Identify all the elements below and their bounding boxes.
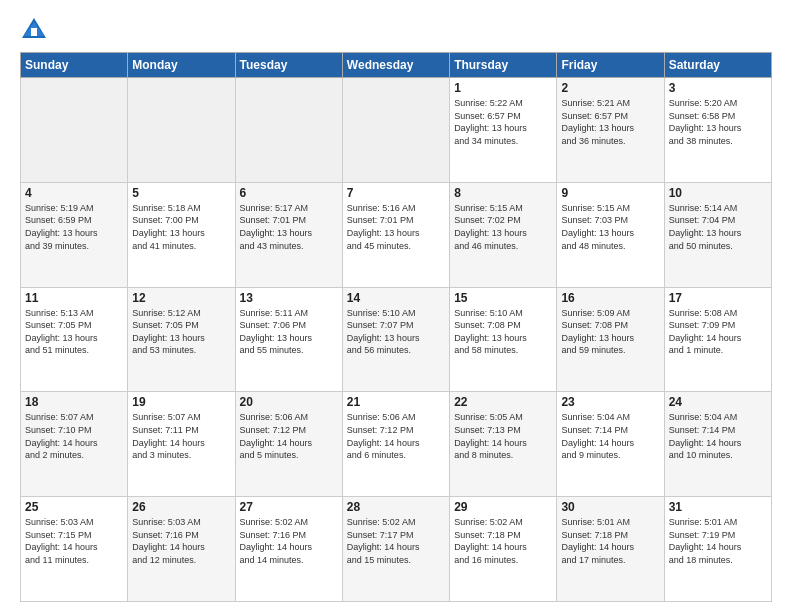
- day-info: Sunrise: 5:10 AMSunset: 7:08 PMDaylight:…: [454, 307, 552, 357]
- calendar-cell: 24Sunrise: 5:04 AMSunset: 7:14 PMDayligh…: [664, 392, 771, 497]
- calendar-cell: 6Sunrise: 5:17 AMSunset: 7:01 PMDaylight…: [235, 182, 342, 287]
- calendar-cell: [21, 78, 128, 183]
- calendar-week-4: 18Sunrise: 5:07 AMSunset: 7:10 PMDayligh…: [21, 392, 772, 497]
- calendar-cell: 4Sunrise: 5:19 AMSunset: 6:59 PMDaylight…: [21, 182, 128, 287]
- day-info: Sunrise: 5:09 AMSunset: 7:08 PMDaylight:…: [561, 307, 659, 357]
- calendar-week-3: 11Sunrise: 5:13 AMSunset: 7:05 PMDayligh…: [21, 287, 772, 392]
- calendar-cell: 18Sunrise: 5:07 AMSunset: 7:10 PMDayligh…: [21, 392, 128, 497]
- calendar-cell: 21Sunrise: 5:06 AMSunset: 7:12 PMDayligh…: [342, 392, 449, 497]
- day-number: 29: [454, 500, 552, 514]
- day-header-thursday: Thursday: [450, 53, 557, 78]
- calendar-cell: 10Sunrise: 5:14 AMSunset: 7:04 PMDayligh…: [664, 182, 771, 287]
- day-info: Sunrise: 5:02 AMSunset: 7:17 PMDaylight:…: [347, 516, 445, 566]
- calendar-cell: 27Sunrise: 5:02 AMSunset: 7:16 PMDayligh…: [235, 497, 342, 602]
- calendar-cell: 26Sunrise: 5:03 AMSunset: 7:16 PMDayligh…: [128, 497, 235, 602]
- calendar-cell: 8Sunrise: 5:15 AMSunset: 7:02 PMDaylight…: [450, 182, 557, 287]
- day-info: Sunrise: 5:16 AMSunset: 7:01 PMDaylight:…: [347, 202, 445, 252]
- day-info: Sunrise: 5:02 AMSunset: 7:18 PMDaylight:…: [454, 516, 552, 566]
- day-number: 18: [25, 395, 123, 409]
- calendar-cell: 16Sunrise: 5:09 AMSunset: 7:08 PMDayligh…: [557, 287, 664, 392]
- day-info: Sunrise: 5:19 AMSunset: 6:59 PMDaylight:…: [25, 202, 123, 252]
- day-info: Sunrise: 5:05 AMSunset: 7:13 PMDaylight:…: [454, 411, 552, 461]
- day-info: Sunrise: 5:15 AMSunset: 7:03 PMDaylight:…: [561, 202, 659, 252]
- calendar-cell: 11Sunrise: 5:13 AMSunset: 7:05 PMDayligh…: [21, 287, 128, 392]
- day-number: 21: [347, 395, 445, 409]
- calendar-cell: 17Sunrise: 5:08 AMSunset: 7:09 PMDayligh…: [664, 287, 771, 392]
- day-info: Sunrise: 5:03 AMSunset: 7:16 PMDaylight:…: [132, 516, 230, 566]
- day-info: Sunrise: 5:06 AMSunset: 7:12 PMDaylight:…: [240, 411, 338, 461]
- calendar-cell: 20Sunrise: 5:06 AMSunset: 7:12 PMDayligh…: [235, 392, 342, 497]
- svg-rect-2: [31, 28, 37, 36]
- calendar-cell: [342, 78, 449, 183]
- day-header-saturday: Saturday: [664, 53, 771, 78]
- calendar-cell: 9Sunrise: 5:15 AMSunset: 7:03 PMDaylight…: [557, 182, 664, 287]
- calendar-cell: [235, 78, 342, 183]
- day-info: Sunrise: 5:07 AMSunset: 7:10 PMDaylight:…: [25, 411, 123, 461]
- calendar-cell: 30Sunrise: 5:01 AMSunset: 7:18 PMDayligh…: [557, 497, 664, 602]
- day-info: Sunrise: 5:07 AMSunset: 7:11 PMDaylight:…: [132, 411, 230, 461]
- day-number: 16: [561, 291, 659, 305]
- day-number: 10: [669, 186, 767, 200]
- day-number: 17: [669, 291, 767, 305]
- calendar-cell: 31Sunrise: 5:01 AMSunset: 7:19 PMDayligh…: [664, 497, 771, 602]
- logo-icon: [20, 16, 48, 44]
- calendar-cell: 29Sunrise: 5:02 AMSunset: 7:18 PMDayligh…: [450, 497, 557, 602]
- day-header-wednesday: Wednesday: [342, 53, 449, 78]
- day-number: 13: [240, 291, 338, 305]
- calendar-cell: 13Sunrise: 5:11 AMSunset: 7:06 PMDayligh…: [235, 287, 342, 392]
- calendar-cell: 23Sunrise: 5:04 AMSunset: 7:14 PMDayligh…: [557, 392, 664, 497]
- day-number: 15: [454, 291, 552, 305]
- day-info: Sunrise: 5:01 AMSunset: 7:18 PMDaylight:…: [561, 516, 659, 566]
- calendar-cell: 22Sunrise: 5:05 AMSunset: 7:13 PMDayligh…: [450, 392, 557, 497]
- day-info: Sunrise: 5:13 AMSunset: 7:05 PMDaylight:…: [25, 307, 123, 357]
- day-number: 28: [347, 500, 445, 514]
- day-number: 9: [561, 186, 659, 200]
- calendar-cell: 7Sunrise: 5:16 AMSunset: 7:01 PMDaylight…: [342, 182, 449, 287]
- day-info: Sunrise: 5:17 AMSunset: 7:01 PMDaylight:…: [240, 202, 338, 252]
- day-number: 22: [454, 395, 552, 409]
- day-header-friday: Friday: [557, 53, 664, 78]
- logo: [20, 16, 52, 44]
- day-number: 20: [240, 395, 338, 409]
- day-number: 14: [347, 291, 445, 305]
- day-info: Sunrise: 5:10 AMSunset: 7:07 PMDaylight:…: [347, 307, 445, 357]
- calendar-week-5: 25Sunrise: 5:03 AMSunset: 7:15 PMDayligh…: [21, 497, 772, 602]
- day-info: Sunrise: 5:06 AMSunset: 7:12 PMDaylight:…: [347, 411, 445, 461]
- day-info: Sunrise: 5:22 AMSunset: 6:57 PMDaylight:…: [454, 97, 552, 147]
- day-number: 26: [132, 500, 230, 514]
- day-info: Sunrise: 5:01 AMSunset: 7:19 PMDaylight:…: [669, 516, 767, 566]
- day-info: Sunrise: 5:20 AMSunset: 6:58 PMDaylight:…: [669, 97, 767, 147]
- day-number: 5: [132, 186, 230, 200]
- calendar-cell: 5Sunrise: 5:18 AMSunset: 7:00 PMDaylight…: [128, 182, 235, 287]
- day-number: 23: [561, 395, 659, 409]
- calendar-cell: 3Sunrise: 5:20 AMSunset: 6:58 PMDaylight…: [664, 78, 771, 183]
- day-header-sunday: Sunday: [21, 53, 128, 78]
- day-number: 8: [454, 186, 552, 200]
- calendar-cell: 14Sunrise: 5:10 AMSunset: 7:07 PMDayligh…: [342, 287, 449, 392]
- day-info: Sunrise: 5:04 AMSunset: 7:14 PMDaylight:…: [669, 411, 767, 461]
- calendar-cell: 15Sunrise: 5:10 AMSunset: 7:08 PMDayligh…: [450, 287, 557, 392]
- day-number: 31: [669, 500, 767, 514]
- calendar-cell: 25Sunrise: 5:03 AMSunset: 7:15 PMDayligh…: [21, 497, 128, 602]
- calendar-cell: [128, 78, 235, 183]
- day-info: Sunrise: 5:03 AMSunset: 7:15 PMDaylight:…: [25, 516, 123, 566]
- day-number: 25: [25, 500, 123, 514]
- day-number: 6: [240, 186, 338, 200]
- day-number: 7: [347, 186, 445, 200]
- day-number: 2: [561, 81, 659, 95]
- day-info: Sunrise: 5:04 AMSunset: 7:14 PMDaylight:…: [561, 411, 659, 461]
- day-number: 12: [132, 291, 230, 305]
- day-header-tuesday: Tuesday: [235, 53, 342, 78]
- calendar-cell: 2Sunrise: 5:21 AMSunset: 6:57 PMDaylight…: [557, 78, 664, 183]
- day-number: 1: [454, 81, 552, 95]
- calendar-week-1: 1Sunrise: 5:22 AMSunset: 6:57 PMDaylight…: [21, 78, 772, 183]
- day-number: 24: [669, 395, 767, 409]
- day-info: Sunrise: 5:02 AMSunset: 7:16 PMDaylight:…: [240, 516, 338, 566]
- day-info: Sunrise: 5:15 AMSunset: 7:02 PMDaylight:…: [454, 202, 552, 252]
- calendar-table: SundayMondayTuesdayWednesdayThursdayFrid…: [20, 52, 772, 602]
- day-number: 11: [25, 291, 123, 305]
- calendar-cell: 12Sunrise: 5:12 AMSunset: 7:05 PMDayligh…: [128, 287, 235, 392]
- day-info: Sunrise: 5:18 AMSunset: 7:00 PMDaylight:…: [132, 202, 230, 252]
- day-info: Sunrise: 5:08 AMSunset: 7:09 PMDaylight:…: [669, 307, 767, 357]
- day-info: Sunrise: 5:12 AMSunset: 7:05 PMDaylight:…: [132, 307, 230, 357]
